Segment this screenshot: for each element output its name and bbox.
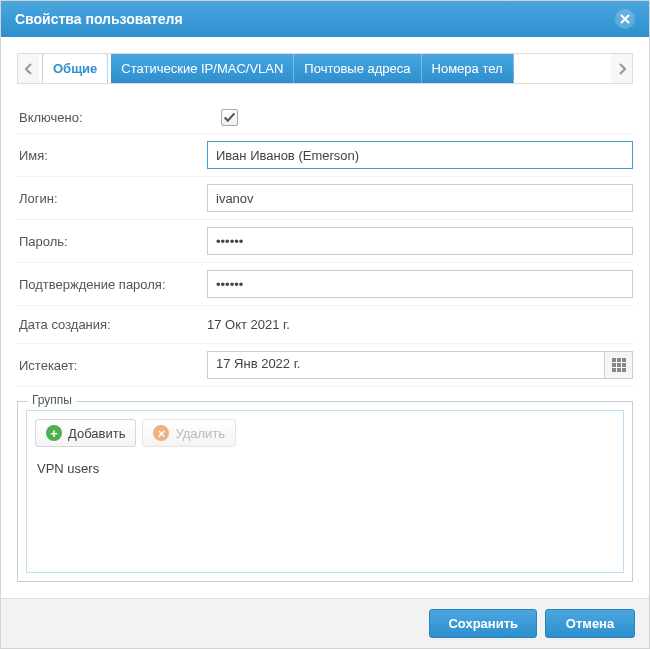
calendar-icon[interactable] — [604, 352, 632, 378]
tab-strip: Общие Статические IP/MAC/VLAN Почтовые а… — [17, 53, 633, 84]
input-password-confirm[interactable] — [207, 270, 633, 298]
groups-toolbar: + Добавить × Удалить — [35, 419, 615, 447]
label-password: Пароль: — [17, 234, 207, 249]
label-expires: Истекает: — [17, 358, 207, 373]
input-login[interactable] — [207, 184, 633, 212]
row-login: Логин: — [17, 177, 633, 220]
row-password: Пароль: — [17, 220, 633, 263]
dialog-header: Свойства пользователя — [1, 1, 649, 37]
group-list[interactable]: VPN users — [35, 457, 615, 564]
input-name[interactable] — [207, 141, 633, 169]
tab-email-addresses[interactable]: Почтовые адреса — [294, 54, 421, 83]
dialog-footer: Сохранить Отмена — [1, 598, 649, 648]
label-enabled: Включено: — [17, 110, 207, 125]
user-properties-dialog: Свойства пользователя Общие Статические … — [0, 0, 650, 649]
input-password[interactable] — [207, 227, 633, 255]
delete-group-button[interactable]: × Удалить — [142, 419, 236, 447]
row-enabled: Включено: — [17, 102, 633, 134]
value-created: 17 Окт 2021 г. — [207, 313, 633, 336]
groups-legend: Группы — [28, 393, 76, 407]
label-created: Дата создания: — [17, 317, 207, 332]
plus-icon: + — [46, 425, 62, 441]
row-password-confirm: Подтверждение пароля: — [17, 263, 633, 306]
groups-panel: + Добавить × Удалить VPN users — [26, 410, 624, 573]
value-expires: 17 Янв 2022 г. — [208, 352, 604, 378]
close-icon[interactable] — [615, 9, 635, 29]
checkbox-enabled[interactable] — [221, 109, 238, 126]
tab-scroll-left-icon[interactable] — [17, 53, 39, 84]
date-field-expires[interactable]: 17 Янв 2022 г. — [207, 351, 633, 379]
label-name: Имя: — [17, 148, 207, 163]
tab-scroll-right-icon[interactable] — [611, 53, 633, 84]
save-button[interactable]: Сохранить — [429, 609, 537, 638]
row-created: Дата создания: 17 Окт 2021 г. — [17, 306, 633, 344]
tab-general[interactable]: Общие — [42, 53, 108, 84]
tabs-container: Общие Статические IP/MAC/VLAN Почтовые а… — [39, 53, 611, 84]
cancel-button[interactable]: Отмена — [545, 609, 635, 638]
delete-group-label: Удалить — [175, 426, 225, 441]
list-item[interactable]: VPN users — [37, 459, 613, 478]
row-name: Имя: — [17, 134, 633, 177]
tab-static-ip-mac-vlan[interactable]: Статические IP/MAC/VLAN — [111, 54, 294, 83]
tab-phone-numbers[interactable]: Номера тел — [422, 54, 514, 83]
label-login: Логин: — [17, 191, 207, 206]
label-password-confirm: Подтверждение пароля: — [17, 277, 207, 292]
row-expires: Истекает: 17 Янв 2022 г. — [17, 344, 633, 387]
dialog-title: Свойства пользователя — [15, 11, 183, 27]
x-icon: × — [153, 425, 169, 441]
add-group-button[interactable]: + Добавить — [35, 419, 136, 447]
dialog-body: Общие Статические IP/MAC/VLAN Почтовые а… — [1, 37, 649, 598]
groups-fieldset: Группы + Добавить × Удалить VPN users — [17, 401, 633, 582]
add-group-label: Добавить — [68, 426, 125, 441]
